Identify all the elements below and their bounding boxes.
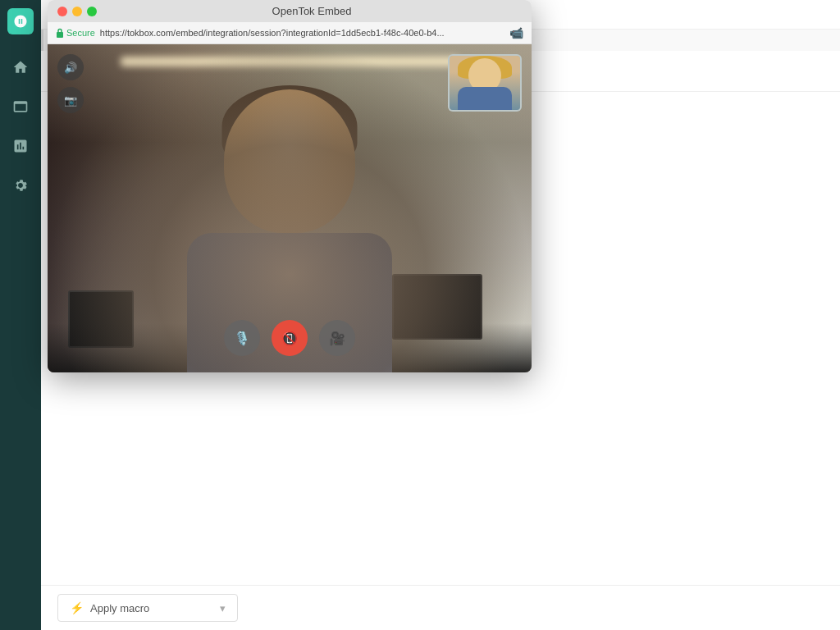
sidebar-item-tickets[interactable] — [4, 90, 37, 123]
opentok-popup: OpenTok Embed Secure https://tokbox.com/… — [48, 0, 532, 372]
home-icon — [12, 59, 29, 75]
camera-small-button[interactable]: 📷 — [57, 87, 84, 113]
reports-icon — [12, 138, 29, 154]
female-shirt — [458, 87, 512, 110]
mute-microphone-button[interactable]: 🎙️ — [224, 320, 260, 356]
svg-rect-0 — [57, 32, 63, 38]
video-controls: 🎙️ 📵 🎥 — [224, 320, 355, 356]
video-camera-icon[interactable]: 📹 — [509, 26, 523, 39]
url-text: https://tokbox.com/embed/integration/ses… — [100, 28, 504, 38]
main-content: er@example.com via Agent (change) e cust… — [41, 0, 840, 630]
popup-titlebar: OpenTok Embed — [48, 0, 532, 22]
sidebar-item-settings[interactable] — [4, 169, 37, 202]
secure-badge: Secure — [56, 28, 95, 38]
traffic-light-close[interactable] — [57, 7, 67, 16]
speaker-button[interactable]: 🔊 — [57, 54, 84, 80]
macro-label: Apply macro — [90, 602, 149, 614]
sidebar-logo[interactable] — [7, 8, 34, 34]
lock-icon — [56, 28, 64, 38]
popup-url-bar: Secure https://tokbox.com/embed/integrat… — [48, 22, 532, 44]
caret-icon: ▾ — [220, 602, 226, 614]
settings-icon — [12, 177, 29, 194]
traffic-light-minimize[interactable] — [72, 7, 82, 16]
popup-title: OpenTok Embed — [102, 5, 522, 17]
video-main: 🔊 📷 🎙️ 📵 🎥 — [48, 44, 532, 372]
logo-icon — [13, 14, 28, 29]
sidebar-item-reports[interactable] — [4, 130, 37, 162]
video-top-controls: 🔊 📷 — [57, 54, 84, 113]
toggle-camera-button[interactable]: 🎥 — [319, 320, 355, 356]
apply-macro-bar: ⚡ Apply macro ▾ — [41, 585, 840, 630]
video-container: 🔊 📷 🎙️ 📵 🎥 — [48, 44, 532, 372]
end-call-button[interactable]: 📵 — [272, 320, 308, 356]
sidebar-nav — [0, 51, 41, 202]
sidebar — [0, 0, 41, 630]
bolt-icon: ⚡ — [70, 601, 84, 614]
sidebar-item-home[interactable] — [4, 51, 37, 84]
female-video — [450, 56, 520, 110]
tickets-icon — [12, 98, 29, 115]
traffic-light-maximize[interactable] — [87, 7, 97, 16]
apply-macro-dropdown[interactable]: ⚡ Apply macro ▾ — [57, 594, 238, 622]
video-thumbnail — [448, 54, 522, 112]
